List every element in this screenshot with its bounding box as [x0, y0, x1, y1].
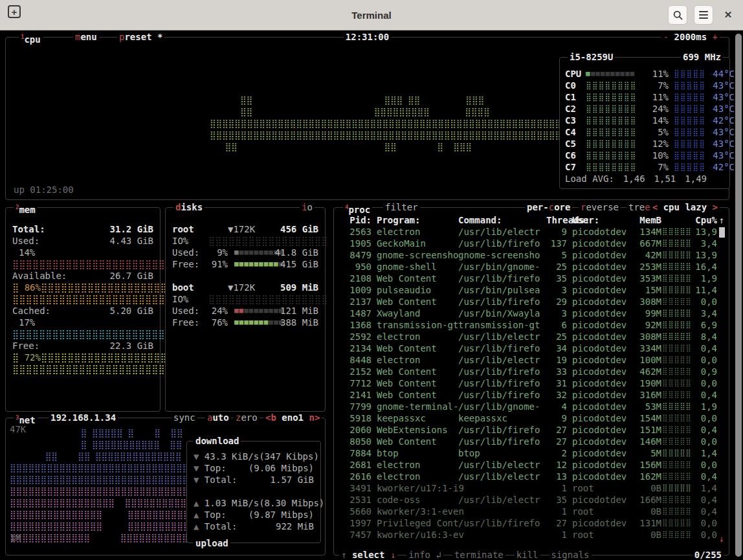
net-auto-button[interactable]: auto	[205, 412, 231, 423]
col-program[interactable]: Program:	[372, 214, 458, 226]
process-row[interactable]: 2531code-oss/usr/lib/electr35picodotdev1…	[339, 494, 717, 506]
process-row[interactable]: 2563electron/usr/lib/electr9picodotdev13…	[339, 226, 717, 238]
process-row[interactable]: 7799gnome-terminal-/usr/lib/gnome-4picod…	[339, 401, 717, 412]
proc-cpu-graph: ⣿⣿⣿⣿⣿	[661, 424, 693, 436]
select-button[interactable]: ↑ select ↓	[339, 549, 397, 560]
process-row[interactable]: 8050Web Content/usr/lib/firefo27picodotd…	[339, 436, 717, 447]
close-button[interactable]: ✕	[720, 5, 737, 25]
net-box: 3net 192.168.1.34 sync auto zero <b eno1…	[5, 418, 326, 555]
mem-value: 31.2 GiB	[110, 223, 153, 235]
proc-pid: 1368	[339, 319, 372, 331]
preset-button[interactable]: preset *	[117, 31, 164, 43]
proc-scroll-down-icon[interactable]: ↓	[719, 533, 724, 544]
process-row[interactable]: 2592electron/usr/lib/electr25picodotdev3…	[339, 331, 717, 342]
process-row[interactable]: 8479gnome-screenshognome-screensho5picod…	[339, 249, 717, 261]
kill-button[interactable]: kill	[515, 549, 540, 560]
disk-io-rate[interactable]: ▼172K	[228, 223, 255, 235]
process-row[interactable]: 1368transmission-gttransmission-gt6picod…	[339, 319, 717, 331]
process-row[interactable]: 5660kworker/3:1-even1root0B⣿⣿⣿⣿⣿0,4	[339, 506, 717, 517]
process-row[interactable]: 1487Xwayland/usr/bin/Xwayla3picodotdev99…	[339, 308, 717, 319]
info-button[interactable]: info ↲	[406, 549, 443, 560]
process-row[interactable]: 8448electron/usr/lib/electr19picodotdev1…	[339, 354, 717, 366]
disk-io-label: IO%	[172, 294, 188, 304]
process-row[interactable]: 7884btopbtop2picodotdev5M⣿⣿⣿⣿⣿1,4	[339, 447, 717, 459]
process-row[interactable]: 1997Privileged Cont/usr/lib/firefo27pico…	[339, 517, 717, 529]
proc-mem: 0B	[632, 529, 661, 541]
process-row[interactable]: 2616electron/usr/lib/electr13picodotdev1…	[339, 471, 717, 482]
terminate-button[interactable]: terminate	[452, 549, 505, 560]
col-memb[interactable]: MemB	[632, 214, 661, 226]
mem-meter: ⣿⣿⣿⣿⣿⣿⣿⣿⣿⣿⣿⣿⣿⣿⣿⣿⣿⣿⣿⣿⣿⣿⣿⣿⣿⣿	[12, 259, 185, 269]
disk-usage-value: 415 GiB	[280, 258, 318, 270]
reverse-button[interactable]: reverse	[579, 201, 621, 213]
process-row[interactable]: 2141Web Content/usr/lib/firefo32picodotd…	[339, 389, 717, 401]
proc-cpu-graph: ⣿⣿⣿⣿⣿	[661, 342, 693, 354]
net-zero-button[interactable]: zero	[234, 412, 260, 423]
per-core-button[interactable]: per-core	[525, 201, 572, 213]
col-threads[interactable]: Threads:	[546, 214, 567, 226]
proc-scrollbar-thumb[interactable]	[719, 227, 725, 238]
process-row[interactable]: 950gnome-shell/usr/bin/gnome-25picodotde…	[339, 261, 717, 273]
disk-usage-meter: ■■■■■■■■■■	[234, 258, 283, 270]
proc-command: /usr/lib/firefo	[458, 273, 546, 284]
net-sync-button[interactable]: sync	[172, 412, 197, 423]
io-mode-button[interactable]: io	[300, 201, 315, 213]
signals-button[interactable]: signals	[549, 549, 592, 560]
proc-cpu-graph: ⣿⣿⣿⣿⣿	[661, 412, 693, 424]
col-command[interactable]: Command:	[458, 214, 546, 226]
process-row[interactable]: 2134Web Content/usr/lib/firefo34picodotd…	[339, 342, 717, 354]
filter-button[interactable]: filter	[383, 201, 420, 213]
proc-program: btop	[372, 447, 458, 459]
menu-button-btop[interactable]: menu	[73, 31, 99, 43]
sort-selector[interactable]: < cpu lazy >	[650, 201, 720, 213]
process-row[interactable]: 5918keepassxckeepassxc9picodotdev154M⣿⣿⣿…	[339, 412, 717, 424]
col-cpu[interactable]: Cpu%	[693, 214, 717, 226]
new-tab-button[interactable]: +	[8, 5, 21, 18]
proc-program: Web Content	[372, 389, 458, 401]
proc-threads: 27	[546, 517, 567, 529]
process-row[interactable]: 2681electron/usr/lib/electr12picodotdev1…	[339, 459, 717, 471]
proc-scroll-up-icon[interactable]: ↑	[719, 215, 724, 225]
tree-button[interactable]: tree	[627, 201, 652, 213]
proc-command: /usr/lib/electr	[458, 354, 546, 366]
proc-mem: 131M	[632, 517, 661, 529]
proc-threads: 137	[546, 238, 567, 249]
search-button[interactable]	[668, 5, 687, 25]
col-user[interactable]: User:	[567, 214, 632, 226]
cpu-frequency: 699 MHz	[681, 51, 723, 63]
disk-header-row: boot▼172K509 MiB	[172, 282, 318, 293]
proc-cpu-graph: ⣿⣿⣿⣿⣿	[661, 447, 693, 459]
process-row[interactable]: 3491kworker/u17:1-i91root0B⣿⣿⣿⣿⣿1,4	[339, 482, 717, 494]
proc-user: picodotdev	[567, 284, 632, 296]
disk-io-rate[interactable]: ▼172K	[228, 282, 255, 293]
menu-button[interactable]	[694, 5, 713, 25]
proc-command: /usr/lib/firefo	[458, 342, 546, 354]
cpu-usage-meter: ■■■■■■■■■■	[586, 68, 641, 80]
mem-box-title[interactable]: 2mem	[14, 201, 38, 213]
process-row[interactable]: 2137Web Content/usr/lib/firefo29picodotd…	[339, 296, 717, 308]
disk-usage-row: Free:91%■■■■■■■■■■415 GiB	[172, 258, 318, 270]
cpu-box-title[interactable]: 1cpu	[19, 31, 43, 43]
process-row[interactable]: 7457kworker/u16:3-ev1root0B⣿⣿⣿⣿⣿0,0	[339, 529, 717, 541]
proc-program: kworker/u16:3-ev	[372, 529, 458, 541]
net-info-label: ▼ 43.3 KiB/s	[194, 451, 259, 462]
process-row[interactable]: 2152Web Content/usr/lib/firefo33picodotd…	[339, 366, 717, 377]
proc-user: picodotdev	[567, 436, 632, 447]
net-interface-switch[interactable]: <b eno1 n>	[263, 412, 322, 423]
cpu-stat-row: C4⣿⣿⣿⣿⣿⣿⣿⣿5%⣿⣿⣿⣿⣿⣿43°C	[565, 126, 724, 138]
proc-program: electron	[372, 459, 458, 471]
process-row[interactable]: 2108Web Content/usr/lib/firefo35picodotd…	[339, 273, 717, 284]
process-row[interactable]: 1009pulseaudio/usr/bin/pulsea3picodotdev…	[339, 284, 717, 296]
col-pid[interactable]: Pid:	[339, 214, 372, 226]
disks-box-title[interactable]: disks	[173, 201, 205, 213]
proc-user: picodotdev	[567, 226, 632, 238]
net-box-title[interactable]: 3net	[14, 412, 38, 423]
update-interval[interactable]: - 2000ms +	[661, 31, 720, 43]
proc-box-title[interactable]: 4proc	[343, 201, 372, 213]
terminal-scrollbar-thumb[interactable]	[735, 34, 742, 557]
process-row[interactable]: 1905GeckoMain/usr/lib/firefo137picodotde…	[339, 238, 717, 249]
terminal-scrollbar[interactable]	[735, 34, 742, 557]
disk-name: root	[172, 224, 194, 234]
process-row[interactable]: 7712Web Content/usr/lib/firefo31picodotd…	[339, 377, 717, 389]
process-row[interactable]: 2060WebExtensions/usr/lib/firefo27picodo…	[339, 424, 717, 436]
